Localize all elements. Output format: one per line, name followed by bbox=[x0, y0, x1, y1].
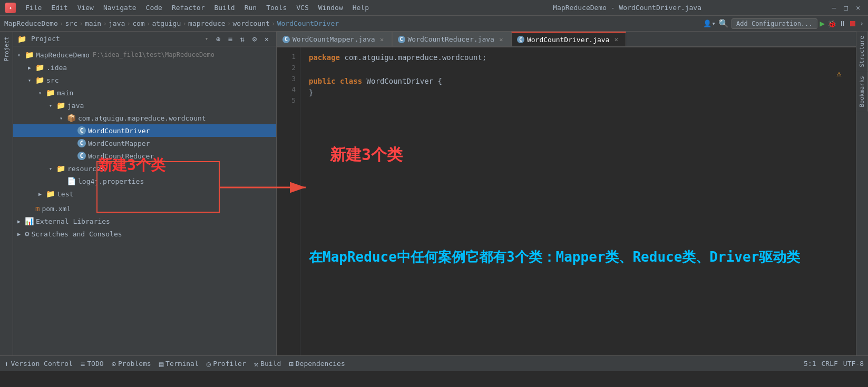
breadcrumb-mapreducedemo[interactable]: MapReduceDemo bbox=[4, 19, 58, 27]
breadcrumb-wordcountdriver[interactable]: WordCountDriver bbox=[277, 19, 339, 27]
tree-scratches[interactable]: ▶ ⚙ Scratches and Consoles bbox=[13, 227, 276, 240]
structure-strip[interactable]: Structure bbox=[856, 32, 868, 72]
tree-external-libs[interactable]: ▶ 📊 External Libraries bbox=[13, 215, 276, 227]
breadcrumb-main[interactable]: main bbox=[85, 19, 101, 27]
project-strip-btn[interactable]: Project bbox=[2, 34, 11, 64]
panel-dropdown-icon[interactable]: ▾ bbox=[205, 36, 208, 42]
tree-wordcountreducer[interactable]: C WordCountReducer bbox=[13, 150, 276, 162]
bottom-bar: ⬆ Version Control ≡ TODO ⊙ Problems ▤ Te… bbox=[0, 355, 868, 371]
root-folder-icon: 📁 bbox=[25, 51, 34, 59]
build-btn[interactable]: ⚒ Build bbox=[254, 360, 281, 368]
profile-run-btn[interactable]: ⏸ bbox=[839, 19, 846, 27]
expand-btn[interactable]: ⇅ bbox=[237, 34, 248, 44]
tree-pom[interactable]: m pom.xml bbox=[13, 202, 276, 215]
locate-btn[interactable]: ⊕ bbox=[213, 34, 223, 44]
breadcrumb-atguigu[interactable]: atguigu bbox=[152, 19, 181, 27]
menu-build[interactable]: Build bbox=[210, 3, 239, 13]
problems-btn[interactable]: ⊙ Problems bbox=[112, 360, 151, 368]
editor-annotation-description: 在MapReduce中任何案例它都有3个类：Mapper类、Reduce类、Dr… bbox=[309, 246, 847, 269]
settings-btn[interactable]: ⚙ bbox=[249, 34, 260, 44]
tree-main[interactable]: ▾ 📁 main bbox=[13, 86, 276, 99]
maximize-btn[interactable]: □ bbox=[841, 4, 851, 12]
tab-wordcountdriver[interactable]: C WordCountDriver.java ✕ bbox=[511, 32, 627, 46]
tree-wordcountdriver[interactable]: C WordCountDriver bbox=[13, 124, 276, 137]
search-icon[interactable]: 🔍 bbox=[718, 18, 729, 28]
reducer-class-icon: C bbox=[77, 152, 86, 160]
reducer-tab-label: WordCountReducer.java bbox=[408, 35, 494, 43]
menu-tools[interactable]: Tools bbox=[262, 3, 291, 13]
terminal-btn[interactable]: ▤ Terminal bbox=[159, 360, 199, 368]
idea-folder-icon: 📁 bbox=[35, 63, 44, 72]
version-control-btn[interactable]: ⬆ Version Control bbox=[4, 360, 73, 368]
build-icon: ⚒ bbox=[254, 360, 258, 368]
nav-actions: 👤▾ 🔍 Add Configuration... ▶ 🐞 ⏸ ⏹ › bbox=[703, 18, 864, 29]
menu-help[interactable]: Help bbox=[348, 3, 373, 13]
line-num-5: 5 bbox=[277, 95, 296, 106]
window-controls: — □ ✕ bbox=[830, 4, 863, 12]
menu-navigate[interactable]: Navigate bbox=[99, 3, 141, 13]
nav-more[interactable]: › bbox=[860, 19, 864, 27]
breadcrumb-mapreduce[interactable]: mapreduce bbox=[188, 19, 225, 27]
version-control-label: Version Control bbox=[11, 360, 72, 368]
line-num-3: 3 bbox=[277, 74, 296, 85]
arrow-package: ▾ bbox=[60, 115, 67, 121]
close-panel-btn[interactable]: ✕ bbox=[261, 34, 272, 44]
driver-tab-close[interactable]: ✕ bbox=[612, 35, 620, 44]
tree-package[interactable]: ▾ 📦 com.atguigu.mapreduce.wordcount bbox=[13, 112, 276, 124]
menu-code[interactable]: Code bbox=[142, 3, 167, 13]
collapse-btn[interactable]: ≡ bbox=[225, 34, 236, 44]
menu-refactor[interactable]: Refactor bbox=[168, 3, 209, 13]
breadcrumb-com[interactable]: com bbox=[132, 19, 144, 27]
terminal-icon: ▤ bbox=[159, 360, 163, 368]
menu-window[interactable]: Window bbox=[314, 3, 347, 13]
tree-root[interactable]: ▾ 📁 MapReduceDemo F:\idea_file1\test\Map… bbox=[13, 48, 276, 61]
project-folder-icon: 📁 bbox=[17, 35, 26, 43]
tree-java[interactable]: ▾ 📁 java bbox=[13, 99, 276, 112]
run-btn[interactable]: ▶ bbox=[820, 18, 825, 28]
nav-bar: MapReduceDemo › src › main › java › com … bbox=[0, 16, 868, 32]
src-label: src bbox=[46, 76, 58, 84]
menu-view[interactable]: View bbox=[73, 3, 98, 13]
reducer-tab-close[interactable]: ✕ bbox=[497, 35, 505, 44]
tree-idea[interactable]: ▶ 📁 .idea bbox=[13, 61, 276, 74]
tab-wordcountmapper[interactable]: C WordCountMapper.java ✕ bbox=[277, 32, 392, 46]
resources-folder-icon: 📁 bbox=[56, 164, 65, 173]
debug-btn[interactable]: 🐞 bbox=[827, 19, 836, 28]
todo-btn[interactable]: ≡ TODO bbox=[81, 360, 104, 368]
tab-wordcountreducer[interactable]: C WordCountReducer.java ✕ bbox=[392, 32, 511, 46]
main-layout: Project 📁 Project ▾ ⊕ ≡ ⇅ ⚙ ✕ ▾ 📁 MapRed… bbox=[0, 32, 868, 355]
close-btn[interactable]: ✕ bbox=[853, 4, 863, 12]
log4j-label: log4j.properties bbox=[78, 177, 144, 185]
java-folder-icon: 📁 bbox=[56, 101, 65, 110]
tree-resources[interactable]: ▾ 📁 resources bbox=[13, 162, 276, 175]
scratches-icon: ⚙ bbox=[25, 230, 29, 238]
menu-vcs[interactable]: VCS bbox=[292, 3, 313, 13]
main-folder-icon: 📁 bbox=[46, 88, 55, 97]
menu-edit[interactable]: Edit bbox=[47, 3, 72, 13]
todo-label: TODO bbox=[87, 360, 103, 368]
ext-lib-icon: 📊 bbox=[25, 217, 34, 225]
code-area[interactable]: package com.atguigu.mapreduce.wordcount;… bbox=[300, 47, 856, 355]
profiler-btn[interactable]: ◎ Profiler bbox=[207, 360, 246, 368]
mapper-tab-close[interactable]: ✕ bbox=[378, 35, 386, 44]
version-control-icon: ⬆ bbox=[4, 360, 8, 368]
menu-run[interactable]: Run bbox=[240, 3, 261, 13]
profile-icon[interactable]: 👤▾ bbox=[703, 19, 716, 27]
status-info: 5:1 CRLF UTF-8 bbox=[804, 360, 864, 368]
add-config-btn[interactable]: Add Configuration... bbox=[732, 18, 817, 29]
tree-test[interactable]: ▶ 📁 test bbox=[13, 187, 276, 200]
menu-file[interactable]: File bbox=[21, 3, 46, 13]
breadcrumb-wordcount[interactable]: wordcount bbox=[232, 19, 269, 27]
arrow-resources: ▾ bbox=[49, 166, 56, 172]
breadcrumb-src[interactable]: src bbox=[65, 19, 77, 27]
bookmarks-strip[interactable]: Bookmarks bbox=[856, 72, 868, 112]
stop-btn[interactable]: ⏹ bbox=[849, 18, 857, 28]
minimize-btn[interactable]: — bbox=[830, 4, 839, 12]
profiler-label: Profiler bbox=[213, 360, 246, 368]
title-bar: ✦ File Edit View Navigate Code Refactor … bbox=[0, 0, 868, 16]
tree-wordcountmapper[interactable]: C WordCountMapper bbox=[13, 137, 276, 150]
tree-src[interactable]: ▾ 📁 src bbox=[13, 74, 276, 86]
dependencies-btn[interactable]: ⊞ Dependencies bbox=[289, 360, 345, 368]
breadcrumb-java[interactable]: java bbox=[109, 19, 125, 27]
tree-log4j[interactable]: 📄 log4j.properties bbox=[13, 175, 276, 187]
